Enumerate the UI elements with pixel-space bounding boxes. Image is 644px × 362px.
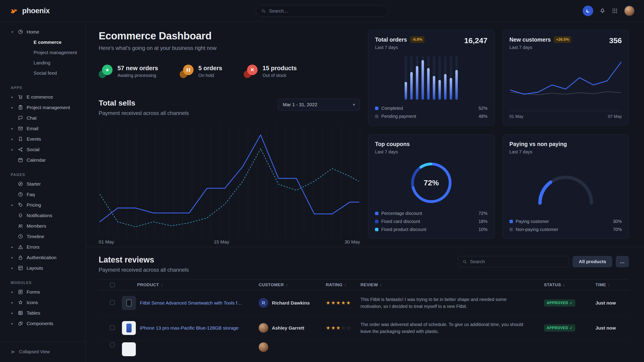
calendar-icon [18,157,23,163]
sidebar-item-label: Icons [27,300,38,305]
legend-value: 18% [478,219,487,224]
sidebar-item-icons[interactable]: ▸ Icons [10,297,80,308]
collapsed-view-toggle[interactable]: Collapsed View [0,342,86,362]
x-tick: 15 May [214,239,229,245]
all-products-button[interactable]: All products [572,256,612,267]
notifications-button[interactable] [600,8,606,14]
search-input[interactable] [269,8,383,14]
caret-down-icon: ▾ [10,30,14,34]
legend-value: 52% [478,106,487,111]
product-link[interactable]: iPhone 13 pro max-Pacific Blue-128GB sto… [140,325,238,331]
cart-icon [18,94,23,100]
column-customer[interactable]: CUSTOMER ↕ [259,282,326,287]
sidebar-item-authentication[interactable]: ▸ Authentication [10,252,80,263]
sidebar-item-ecommerce-app[interactable]: ▸ E commerce [10,92,80,102]
sidebar-item-label: Errors [27,244,40,250]
brand-logo[interactable]: phoenix [10,6,50,15]
row-checkbox[interactable] [110,342,115,347]
legend-value: 10% [478,227,487,232]
legend-value: 72% [478,211,487,216]
caret-right-icon: ▸ [10,127,14,131]
product-link[interactable]: Fitbit Sense Advanced Smartwatch with To… [140,300,243,306]
latest-reviews-subtitle: Payment received across all channels [99,267,189,273]
sidebar-item-faq[interactable]: Faq [10,189,80,200]
legend-value: 70% [613,227,622,232]
sidebar-item-label: Notifications [27,213,52,218]
stat-on-hold: 5 orders On hold [180,65,222,78]
sidebar-item-events[interactable]: ▸ Events [10,134,80,144]
user-avatar[interactable] [624,5,634,16]
row-checkbox[interactable] [110,300,115,305]
reviews-search-input[interactable] [470,259,565,264]
sidebar-item-label: Tables [27,310,40,316]
bell-icon [18,213,23,218]
sidebar-item-errors[interactable]: ▸ Errors [10,242,80,252]
topbar: phoenix [0,0,644,22]
sidebar-item-label: Forms [27,289,40,295]
theme-toggle-button[interactable] [583,5,593,16]
row-checkbox[interactable] [110,325,115,330]
customer-avatar [259,342,268,352]
reviews-table: PRODUCT ↕ CUSTOMER ↕ RATING ↕ REVIEW [99,279,629,362]
column-time[interactable]: TIME ↕ [596,282,629,287]
sidebar-item-forms[interactable]: ▸ Forms [10,287,80,297]
sidebar-item-home[interactable]: ▾ Home [10,27,80,37]
column-rating[interactable]: RATING ↕ [326,282,360,287]
sidebar-item-pricing[interactable]: ▸ Pricing [10,200,80,210]
new-customers-card: New customers +26.5% Last 7 days 356 01 [502,30,629,125]
sidebar-item-chat[interactable]: Chat [10,113,80,123]
sidebar-item-calendar[interactable]: Calendar [10,155,80,165]
legend-label: Completed [381,106,403,111]
caret-right-icon: ▸ [10,137,14,141]
star-outline-icon [18,300,23,305]
more-options-button[interactable]: ... [616,256,629,267]
card-title: New customers [510,36,551,43]
total-orders-value: 16,247 [464,36,488,45]
column-product[interactable]: PRODUCT ↕ [119,282,259,287]
legend-percentage-discount: Percentage discount 72% [375,211,488,216]
sidebar-item-label: Components [27,321,53,326]
total-orders-card: Total orders -6.8% Last 7 days 16,247 [368,30,494,125]
x-tick: 01 May [510,114,524,119]
sidebar-subitem-project-management[interactable]: Project management [10,47,80,58]
sidebar-item-label: Home [27,29,39,35]
select-all-checkbox[interactable] [110,282,115,287]
sidebar-item-email[interactable]: ▸ Email [10,123,80,134]
customer-name: Richard Dawkins [272,300,310,306]
sidebar-item-components[interactable]: ▸ Components [10,318,80,329]
sidebar-item-members[interactable]: Members [10,221,80,231]
caret-right-icon: ▸ [10,290,14,294]
sidebar-subitem-ecommerce[interactable]: E commerce [10,37,80,47]
sidebar-item-notifications[interactable]: Notifications [10,210,80,221]
sidebar-item-social[interactable]: ▸ Social [10,144,80,155]
topbar-search[interactable] [256,5,388,16]
column-review[interactable]: REVIEW ↕ [360,282,544,287]
sidebar-subitem-social-feed[interactable]: Social feed [10,68,80,78]
sidebar-item-layouts[interactable]: ▸ Layouts [10,263,80,273]
sort-icon: ↕ [161,283,163,287]
table-icon [18,310,23,316]
sidebar-item-label: Pricing [27,202,41,208]
date-range-select[interactable]: Mar 1 - 31, 2022 ▾ [278,99,360,111]
reviews-search[interactable] [458,256,569,267]
sidebar-item-tables[interactable]: ▸ Tables [10,308,80,318]
apps-grid-button[interactable] [612,8,618,14]
sidebar-section-pages: PAGES [11,173,80,177]
table-row: iPhone 13 pro max-Pacific Blue-128GB sto… [99,316,629,341]
sidebar-item-timeline[interactable]: Timeline [10,231,80,242]
sidebar-subitem-landing[interactable]: Landing [10,58,80,68]
x-tick: 30 May [344,239,360,245]
lock-icon [18,255,23,260]
sidebar-item-label: Authentication [27,255,56,260]
bell-icon [600,8,606,14]
sidebar-section-modules: MODULES [11,281,80,285]
new-orders-icon: ★ [99,65,112,78]
collapse-arrow-icon [11,350,16,355]
sidebar-item-starter[interactable]: Starter [10,179,80,189]
stat-caption: On hold [198,73,222,78]
sidebar-item-label: Social [27,147,40,152]
sidebar-home-children: E commerce Project management Landing So… [10,37,80,78]
sidebar-item-project-management-app[interactable]: ▸ Project management [10,102,80,113]
dashboard-section: Ecommerce Dashboard Here's what's going … [86,22,644,247]
column-status[interactable]: STATUS ↕ [544,282,596,287]
